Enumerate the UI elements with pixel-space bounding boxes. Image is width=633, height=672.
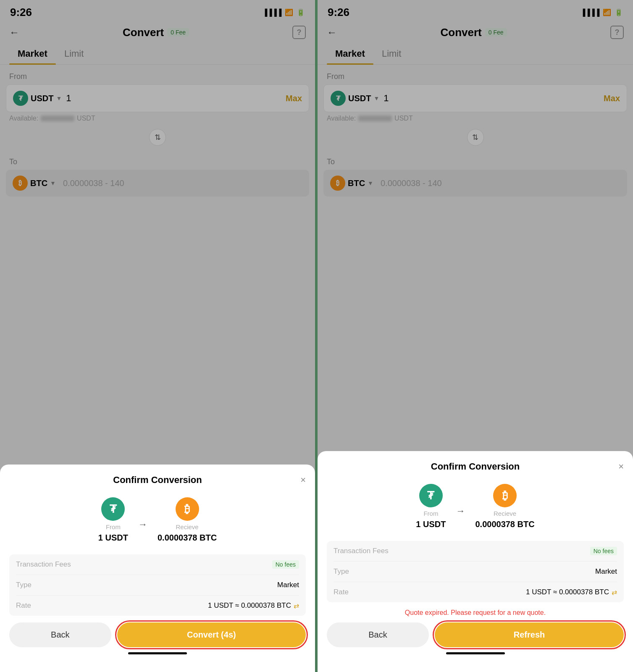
conv-from-amount-left: 1 USDT <box>98 533 128 543</box>
conv-to-side-right: ₿ Recieve 0.0000378 BTC <box>475 484 534 529</box>
rate-row-right: Rate 1 USDT ≈ 0.0000378 BTC ⇄ <box>334 582 617 602</box>
convert-button-left[interactable]: Convert (4s) <box>117 622 306 647</box>
button-row-left: Back Convert (4s) <box>9 622 306 647</box>
conv-btc-icon-right: ₿ <box>493 484 517 507</box>
conv-btc-icon-left: ₿ <box>176 497 199 521</box>
type-row-left: Type Market <box>16 575 299 596</box>
conv-receive-label-right: Recieve <box>494 510 516 517</box>
home-indicator-right <box>327 647 624 659</box>
no-fees-badge-right: No fees <box>590 547 617 555</box>
conv-arrow-right: → <box>456 506 465 517</box>
home-bar-right <box>446 652 505 654</box>
rate-label-left: Rate <box>16 601 31 610</box>
right-phone-panel: 9:26 ▐▐▐▐ 📶 🔋 ← Convert 0 Fee ? Market L… <box>318 0 633 672</box>
tx-fees-label-left: Transaction Fees <box>16 560 71 569</box>
modal-header-left: Confirm Conversion × <box>9 475 306 486</box>
conv-receive-label-left: Recieve <box>176 523 198 530</box>
modal-close-left[interactable]: × <box>300 475 306 486</box>
conversion-display-left: ₮ From 1 USDT → ₿ Recieve 0.0000378 BTC <box>9 497 306 543</box>
button-row-right: Back Refresh <box>327 622 624 647</box>
conv-receive-amount-left: 0.0000378 BTC <box>158 533 217 543</box>
rate-value-left: 1 USDT ≈ 0.0000378 BTC ⇄ <box>208 601 299 610</box>
conv-usdt-icon-right: ₮ <box>419 484 443 507</box>
details-table-left: Transaction Fees No fees Type Market Rat… <box>9 554 306 616</box>
conv-from-side-right: ₮ From 1 USDT <box>416 484 446 529</box>
rate-text-right: 1 USDT ≈ 0.0000378 BTC <box>526 588 609 596</box>
left-phone-panel: 9:26 ▐▐▐▐ 📶 🔋 ← Convert 0 Fee ? Market L… <box>0 0 315 672</box>
refresh-button-right[interactable]: Refresh <box>435 622 624 647</box>
modal-close-right[interactable]: × <box>618 461 624 472</box>
conversion-display-right: ₮ From 1 USDT → ₿ Recieve 0.0000378 BTC <box>327 484 624 529</box>
conv-usdt-icon-left: ₮ <box>101 497 125 521</box>
conv-arrow-left: → <box>138 519 147 530</box>
type-label-left: Type <box>16 581 32 589</box>
rate-text-left: 1 USDT ≈ 0.0000378 BTC <box>208 601 291 610</box>
modal-overlay-right: Confirm Conversion × ₮ From 1 USDT → ₿ R… <box>318 0 633 672</box>
confirm-modal-right: Confirm Conversion × ₮ From 1 USDT → ₿ R… <box>318 451 633 672</box>
details-table-right: Transaction Fees No fees Type Market Rat… <box>327 541 624 602</box>
back-button-right[interactable]: Back <box>327 622 429 647</box>
home-indicator-left <box>9 647 306 659</box>
tx-fees-label-right: Transaction Fees <box>334 547 389 555</box>
modal-title-left: Confirm Conversion <box>113 475 202 486</box>
modal-overlay-left: Confirm Conversion × ₮ From 1 USDT → ₿ R… <box>0 0 315 672</box>
confirm-modal-left: Confirm Conversion × ₮ From 1 USDT → ₿ R… <box>0 465 315 672</box>
rate-row-left: Rate 1 USDT ≈ 0.0000378 BTC ⇄ <box>16 596 299 616</box>
tx-fees-value-right: No fees <box>590 547 617 555</box>
rate-label-right: Rate <box>334 588 349 596</box>
type-value-right: Market <box>595 567 617 576</box>
conv-to-side-left: ₿ Recieve 0.0000378 BTC <box>158 497 217 543</box>
rate-swap-icon-left[interactable]: ⇄ <box>294 602 299 610</box>
no-fees-badge-left: No fees <box>272 560 299 569</box>
tx-fees-value-left: No fees <box>272 560 299 569</box>
type-value-left: Market <box>277 581 299 589</box>
conv-from-side-left: ₮ From 1 USDT <box>98 497 128 543</box>
conv-from-label-right: From <box>423 510 438 517</box>
home-bar-left <box>128 652 187 654</box>
tx-fees-row-right: Transaction Fees No fees <box>334 541 617 562</box>
type-label-right: Type <box>334 567 349 576</box>
rate-value-right: 1 USDT ≈ 0.0000378 BTC ⇄ <box>526 588 617 596</box>
quote-expired-msg: Quote expired. Please request for a new … <box>327 609 624 617</box>
type-row-right: Type Market <box>334 562 617 582</box>
back-button-left[interactable]: Back <box>9 622 111 647</box>
conv-from-label-left: From <box>106 523 121 530</box>
conv-receive-amount-right: 0.0000378 BTC <box>475 520 534 529</box>
modal-header-right: Confirm Conversion × <box>327 461 624 472</box>
modal-title-right: Confirm Conversion <box>431 461 520 472</box>
rate-swap-icon-right[interactable]: ⇄ <box>612 588 617 596</box>
conv-from-amount-right: 1 USDT <box>416 520 446 529</box>
tx-fees-row-left: Transaction Fees No fees <box>16 554 299 575</box>
